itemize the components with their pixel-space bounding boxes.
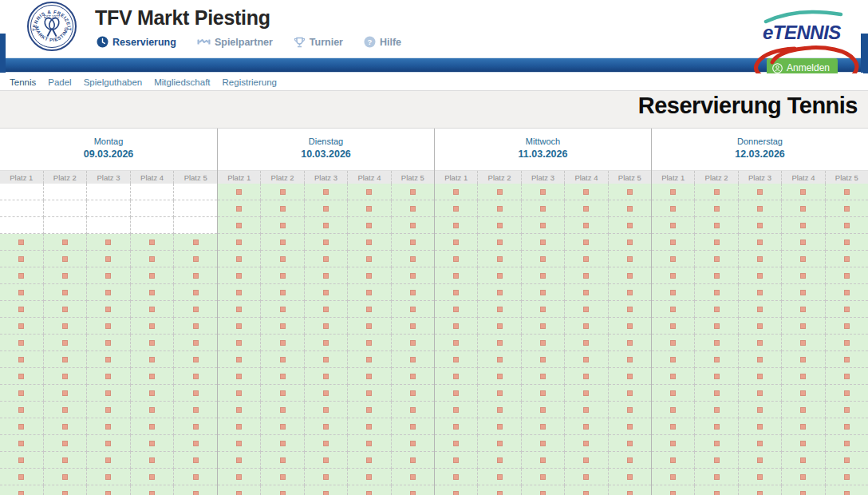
slot-cell[interactable]	[435, 452, 478, 469]
slot-cell[interactable]	[435, 284, 478, 301]
slot-cell[interactable]	[174, 267, 217, 284]
slot-cell[interactable]	[782, 351, 825, 368]
slot-cell[interactable]	[522, 418, 565, 435]
slot-cell[interactable]	[478, 301, 521, 318]
slot-cell[interactable]	[0, 234, 44, 251]
slot-cell[interactable]	[609, 301, 651, 318]
slot-cell[interactable]	[131, 402, 175, 418]
slot-cell[interactable]	[478, 234, 521, 251]
slot-cell[interactable]	[218, 184, 261, 200]
slot-cell[interactable]	[652, 385, 695, 402]
slot-cell[interactable]	[392, 184, 434, 200]
slot-cell[interactable]	[174, 485, 217, 495]
slot-cell[interactable]	[739, 318, 782, 335]
slot-cell[interactable]	[695, 284, 738, 301]
slot-cell[interactable]	[609, 200, 651, 217]
slot-cell[interactable]	[782, 485, 825, 495]
slot-cell[interactable]	[652, 251, 695, 267]
slot-cell[interactable]	[695, 251, 738, 267]
slot-cell[interactable]	[565, 385, 608, 402]
slot-cell[interactable]	[174, 435, 217, 452]
slot-cell[interactable]	[44, 335, 88, 351]
slot-cell[interactable]	[739, 418, 782, 435]
slot-cell[interactable]	[0, 251, 44, 267]
slot-cell[interactable]	[695, 452, 738, 469]
slot-cell[interactable]	[261, 234, 304, 251]
slot-cell[interactable]	[565, 217, 608, 234]
slot-cell[interactable]	[44, 234, 88, 251]
slot-cell[interactable]	[522, 351, 565, 368]
slot-cell[interactable]	[695, 469, 738, 485]
slot-cell[interactable]	[305, 184, 348, 200]
slot-cell[interactable]	[87, 452, 131, 469]
court-header[interactable]: Platz 5	[609, 171, 651, 184]
court-header[interactable]: Platz 2	[44, 171, 88, 184]
slot-cell[interactable]	[0, 267, 44, 284]
slot-cell[interactable]	[392, 368, 434, 385]
slot-cell[interactable]	[782, 469, 825, 485]
slot-cell[interactable]	[131, 435, 175, 452]
slot-cell[interactable]	[826, 418, 868, 435]
slot-cell[interactable]	[218, 251, 261, 267]
slot-cell[interactable]	[435, 184, 478, 200]
slot-cell[interactable]	[435, 385, 478, 402]
slot-cell[interactable]	[305, 200, 348, 217]
day-header[interactable]: Donnerstag12.03.2026	[652, 129, 868, 170]
slot-cell[interactable]	[739, 452, 782, 469]
slot-cell[interactable]	[435, 469, 478, 485]
slot-cell[interactable]	[565, 485, 608, 495]
slot-cell[interactable]	[652, 217, 695, 234]
court-header[interactable]: Platz 3	[522, 171, 565, 184]
slot-cell[interactable]	[609, 351, 651, 368]
slot-cell[interactable]	[305, 251, 348, 267]
subnav-item-tennis[interactable]: Tennis	[10, 77, 36, 87]
slot-cell[interactable]	[782, 267, 825, 284]
slot-cell[interactable]	[695, 351, 738, 368]
slot-cell[interactable]	[44, 485, 88, 495]
slot-cell[interactable]	[131, 418, 175, 435]
slot-cell[interactable]	[782, 402, 825, 418]
slot-cell[interactable]	[782, 200, 825, 217]
slot-cell[interactable]	[348, 402, 391, 418]
slot-cell[interactable]	[478, 318, 521, 335]
slot-cell[interactable]	[348, 385, 391, 402]
subnav-item-spielguthaben[interactable]: Spielguthaben	[84, 77, 143, 87]
slot-cell[interactable]	[522, 385, 565, 402]
court-header[interactable]: Platz 5	[392, 171, 434, 184]
slot-cell[interactable]	[435, 234, 478, 251]
slot-cell[interactable]	[739, 301, 782, 318]
slot-cell[interactable]	[87, 318, 131, 335]
slot-cell[interactable]	[826, 267, 868, 284]
slot-cell[interactable]	[565, 452, 608, 469]
slot-cell[interactable]	[218, 435, 261, 452]
slot-cell[interactable]	[261, 435, 304, 452]
court-header[interactable]: Platz 1	[652, 171, 695, 184]
slot-cell[interactable]	[652, 234, 695, 251]
slot-cell[interactable]	[261, 351, 304, 368]
slot-cell[interactable]	[87, 435, 131, 452]
slot-cell[interactable]	[522, 485, 565, 495]
slot-cell[interactable]	[174, 335, 217, 351]
slot-cell[interactable]	[0, 368, 44, 385]
slot-cell[interactable]	[305, 418, 348, 435]
slot-cell[interactable]	[826, 184, 868, 200]
slot-cell[interactable]	[87, 234, 131, 251]
slot-cell[interactable]	[131, 318, 175, 335]
slot-cell[interactable]	[261, 452, 304, 469]
slot-cell[interactable]	[131, 284, 175, 301]
slot-cell[interactable]	[478, 335, 521, 351]
slot-cell[interactable]	[305, 234, 348, 251]
slot-cell[interactable]	[44, 385, 88, 402]
slot-cell[interactable]	[435, 435, 478, 452]
slot-cell[interactable]	[739, 469, 782, 485]
slot-cell[interactable]	[652, 335, 695, 351]
slot-cell[interactable]	[652, 267, 695, 284]
slot-cell[interactable]	[739, 234, 782, 251]
slot-cell[interactable]	[609, 217, 651, 234]
slot-cell[interactable]	[174, 469, 217, 485]
slot-cell[interactable]	[0, 318, 44, 335]
slot-cell[interactable]	[522, 301, 565, 318]
nav-item-turnier[interactable]: Turnier	[294, 37, 343, 48]
nav-item-spielpartner[interactable]: Spielpartner	[197, 37, 273, 48]
nav-item-reservierung[interactable]: Reservierung	[97, 36, 176, 48]
